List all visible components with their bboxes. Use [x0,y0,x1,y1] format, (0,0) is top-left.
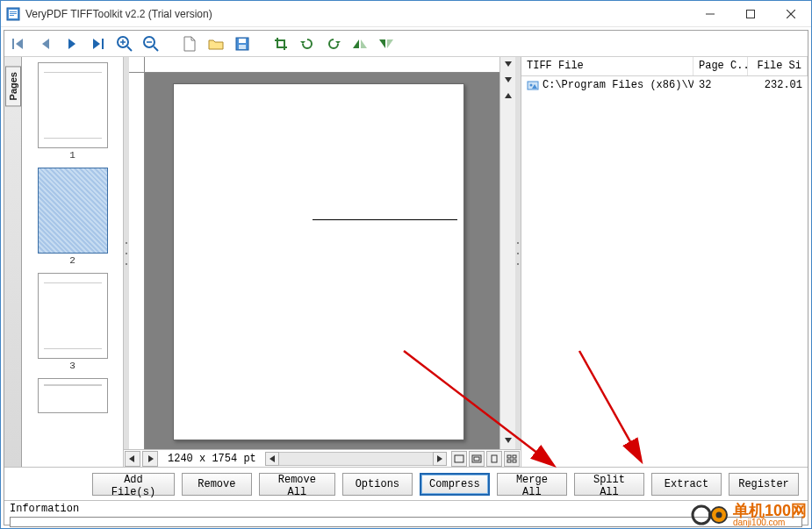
watermark-logo-icon [691,503,729,527]
svg-rect-9 [12,39,14,49]
button-bar: Add File(s) Remove Remove All Options Co… [4,467,808,500]
thumbnail-item[interactable]: 2 [38,168,108,266]
zoom-out-icon[interactable] [141,34,161,54]
svg-rect-6 [747,10,755,18]
scroll-down-icon[interactable] [500,433,515,449]
fit-width-icon[interactable] [451,451,467,467]
compress-button[interactable]: Compress [420,473,490,496]
scroll-page-down-icon[interactable] [500,57,515,73]
thumbnail-number: 2 [69,255,75,266]
file-pages: 32 [693,77,748,93]
svg-marker-11 [42,39,49,49]
rotate-left-icon[interactable] [298,34,317,54]
page-view [173,83,464,440]
svg-rect-50 [513,455,516,458]
new-doc-icon[interactable] [180,34,199,54]
vertical-scroll-panel [499,57,515,449]
col-file-size[interactable]: File Si [748,57,808,75]
file-row[interactable]: C:\Program Files (x86)\Ver... 32 232.01 [521,76,808,94]
svg-point-54 [530,84,533,87]
flip-vertical-icon[interactable] [377,34,396,54]
thumbnail-item[interactable] [38,378,108,413]
thumbnail-image [38,378,108,413]
remove-all-button[interactable]: Remove All [259,473,335,496]
extract-button[interactable]: Extract [651,473,722,496]
zoom-in-icon[interactable] [115,34,134,54]
merge-all-button[interactable]: Merge All [497,473,567,496]
hscroll-right-icon[interactable] [433,452,447,466]
toolbar [4,31,808,57]
hscroll-track[interactable] [279,452,433,466]
svg-marker-29 [379,39,385,48]
prev-page-icon[interactable] [36,34,55,54]
svg-marker-37 [505,438,512,443]
pages-tab-label: Pages [5,66,21,106]
svg-marker-35 [505,77,512,82]
scroll-down-icon[interactable] [500,73,515,89]
ruler-corner [129,57,145,73]
watermark-url: danji100.com [733,518,807,527]
register-button[interactable]: Register [729,473,799,496]
file-icon [527,79,539,91]
rotate-right-icon[interactable] [324,34,343,54]
ruler-horizontal [145,57,499,73]
crop-icon[interactable] [271,34,291,54]
minimize-button[interactable] [690,1,730,27]
thumbnail-list: 1 2 3 [22,57,123,467]
remove-button[interactable]: Remove [182,473,252,496]
save-doc-icon[interactable] [233,34,252,54]
svg-point-60 [693,506,710,524]
app-window: VeryPDF TIFFToolkit v2.2 (Trial version) [0,0,812,529]
viewer-split [124,57,521,449]
titlebar: VeryPDF TIFFToolkit v2.2 (Trial version) [1,1,811,27]
next-page-icon[interactable] [62,34,82,54]
viewer-status-bar: 1240 x 1754 pt [124,449,521,467]
col-page-count[interactable]: Page C... [693,57,748,75]
vscroll-track[interactable] [500,104,515,433]
add-files-button[interactable]: Add File(s) [92,473,175,496]
maximize-button[interactable] [730,1,771,27]
pages-tab[interactable]: Pages [4,57,22,467]
open-doc-icon[interactable] [206,34,226,54]
actual-size-icon[interactable] [486,451,502,467]
last-page-icon[interactable] [89,34,108,54]
svg-marker-44 [437,455,442,462]
svg-rect-24 [239,45,246,49]
grid-icon[interactable] [504,451,520,467]
svg-marker-25 [300,41,305,44]
svg-marker-43 [269,455,275,462]
col-tiff-file[interactable]: TIFF File [521,57,693,75]
watermark: 单机100网 danji100.com [691,503,807,527]
status-right-icon[interactable] [142,451,158,467]
svg-marker-13 [93,39,100,49]
svg-rect-47 [474,457,479,461]
file-size: 232.01 [748,77,808,93]
scroll-up-icon[interactable] [500,89,515,104]
options-button[interactable]: Options [342,473,413,496]
fit-page-icon[interactable] [469,451,485,467]
split-handle-right[interactable] [515,57,521,449]
info-label: Information [10,503,79,515]
thumbnail-image [38,273,108,359]
hscroll-left-icon[interactable] [265,452,279,466]
svg-point-63 [715,512,722,518]
thumbnail-item[interactable]: 3 [38,273,108,371]
flip-horizontal-icon[interactable] [350,34,370,54]
ruler-vertical [129,73,145,449]
viewer: 1240 x 1754 pt [124,57,521,467]
svg-rect-48 [492,455,497,462]
svg-line-16 [127,46,132,51]
close-button[interactable] [771,1,811,27]
svg-rect-52 [513,460,516,462]
window-controls [690,1,811,27]
watermark-text: 单机100网 [733,503,807,518]
canvas[interactable] [129,57,499,449]
status-left-icon[interactable] [125,451,140,467]
split-all-button[interactable]: Split All [574,473,644,496]
svg-point-31 [126,242,127,244]
svg-rect-14 [102,39,104,49]
horizontal-scrollbar [265,452,447,466]
first-page-icon[interactable] [10,34,29,54]
thumbnail-item[interactable]: 1 [38,62,108,161]
main-area: Pages 1 2 3 [4,57,808,467]
